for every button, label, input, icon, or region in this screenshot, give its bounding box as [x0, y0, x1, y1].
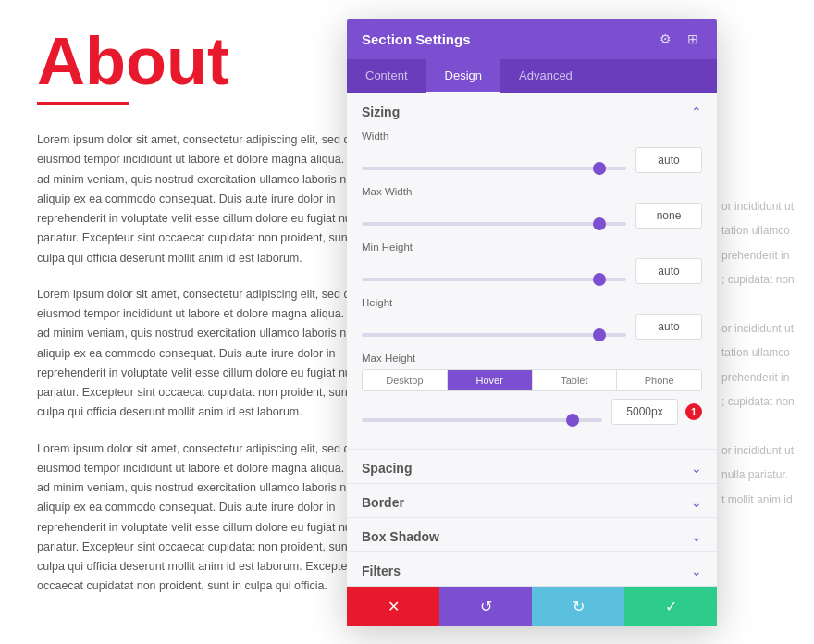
sizing-body: Width Max Width	[347, 127, 717, 449]
width-slider[interactable]	[362, 167, 626, 170]
lorem-paragraph-3: Lorem ipsum dolor sit amet, consectetur …	[37, 440, 388, 597]
cancel-button[interactable]: ✕	[347, 587, 439, 626]
settings-icon[interactable]: ⚙	[656, 30, 674, 48]
tab-design[interactable]: Design	[426, 59, 500, 93]
panel-header: Section Settings ⚙ ⊞	[347, 19, 717, 59]
redo-button[interactable]: ↻	[532, 587, 624, 626]
spacing-section: Spacing ⌄	[347, 449, 717, 483]
border-title: Border	[362, 495, 404, 510]
border-chevron-icon: ⌄	[691, 495, 702, 510]
title-underline	[37, 102, 130, 105]
right-overflow-text: or incididunt ut tation ullamco prehende…	[722, 0, 814, 644]
panel-title: Section Settings	[362, 31, 471, 47]
max-width-slider-row	[362, 203, 702, 229]
undo-button[interactable]: ↺	[439, 587, 532, 626]
box-shadow-section: Box Shadow ⌄	[347, 517, 717, 551]
max-height-slider-row: 1	[362, 399, 702, 425]
min-height-input[interactable]	[635, 258, 702, 284]
lorem-paragraph-1: Lorem ipsum dolor sit amet, consectetur …	[37, 130, 388, 268]
box-shadow-section-header[interactable]: Box Shadow ⌄	[347, 518, 717, 551]
width-slider-row	[362, 147, 702, 173]
filters-chevron-icon: ⌄	[691, 564, 702, 578]
max-height-field: Max Height Desktop Hover Tablet Phone 1	[362, 353, 702, 425]
max-height-slider[interactable]	[362, 418, 602, 422]
save-icon: ✓	[665, 598, 677, 615]
filters-section: Filters ⌄	[347, 551, 717, 586]
sizing-title: Sizing	[362, 105, 400, 119]
device-tab-phone[interactable]: Phone	[617, 370, 701, 390]
height-label: Height	[362, 297, 702, 308]
max-width-field: Max Width	[362, 186, 702, 229]
tab-advanced[interactable]: Advanced	[500, 59, 591, 93]
min-height-slider-row	[362, 258, 702, 284]
box-shadow-title: Box Shadow	[362, 529, 439, 544]
min-height-field: Min Height	[362, 242, 702, 284]
device-tab-desktop[interactable]: Desktop	[363, 370, 448, 390]
panel-header-icons: ⚙ ⊞	[656, 30, 702, 48]
section-settings-panel: Section Settings ⚙ ⊞ Content Design Adva…	[347, 19, 717, 626]
panel-toolbar: ✕ ↺ ↻ ✓	[347, 586, 717, 626]
box-shadow-chevron-icon: ⌄	[691, 529, 702, 544]
filters-section-header[interactable]: Filters ⌄	[347, 552, 717, 586]
panel-body: Sizing ⌃ Width Max Width	[347, 93, 717, 586]
width-input[interactable]	[635, 147, 702, 173]
device-tab-tablet[interactable]: Tablet	[533, 370, 618, 390]
max-height-slider-container	[362, 409, 602, 415]
height-slider-row	[362, 314, 702, 340]
width-label: Width	[362, 130, 702, 142]
spacing-section-header[interactable]: Spacing ⌄	[347, 450, 717, 483]
border-section-header[interactable]: Border ⌄	[347, 484, 717, 517]
max-height-label: Max Height	[362, 353, 702, 364]
min-height-slider[interactable]	[362, 278, 626, 281]
redo-icon: ↻	[573, 598, 585, 615]
spacing-title: Spacing	[362, 461, 412, 476]
min-height-label: Min Height	[362, 242, 702, 253]
sizing-chevron-icon: ⌃	[691, 105, 702, 119]
height-slider[interactable]	[362, 333, 626, 337]
undo-icon: ↺	[480, 598, 492, 615]
tab-content[interactable]: Content	[347, 59, 426, 93]
spacing-chevron-icon: ⌄	[691, 461, 702, 476]
expand-icon[interactable]: ⊞	[684, 30, 702, 48]
width-field: Width	[362, 130, 702, 173]
min-height-slider-container	[362, 268, 626, 274]
panel-tabs: Content Design Advanced	[347, 59, 717, 93]
cancel-icon: ✕	[388, 598, 400, 615]
max-width-label: Max Width	[362, 186, 702, 197]
max-height-input[interactable]	[611, 399, 678, 425]
height-slider-container	[362, 324, 626, 329]
save-button[interactable]: ✓	[624, 587, 717, 626]
height-input[interactable]	[635, 314, 702, 340]
max-width-slider-container	[362, 213, 626, 218]
filters-title: Filters	[362, 564, 401, 578]
border-section: Border ⌄	[347, 483, 717, 517]
device-tabs: Desktop Hover Tablet Phone	[362, 369, 702, 391]
height-field: Height	[362, 297, 702, 340]
max-width-input[interactable]	[635, 203, 702, 229]
max-height-badge: 1	[685, 403, 702, 420]
lorem-paragraph-2: Lorem ipsum dolor sit amet, consectetur …	[37, 285, 388, 423]
sizing-section-header[interactable]: Sizing ⌃	[347, 93, 717, 127]
max-width-slider[interactable]	[362, 222, 626, 226]
device-tab-hover[interactable]: Hover	[448, 370, 533, 390]
width-slider-container	[362, 157, 626, 163]
